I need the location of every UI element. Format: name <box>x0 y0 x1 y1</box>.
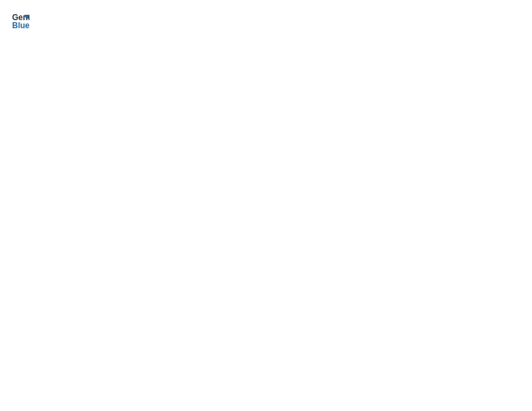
logo-icon: General Blue <box>11 11 30 30</box>
svg-text:Blue: Blue <box>12 21 30 30</box>
logo: General Blue <box>11 11 32 30</box>
page-header: General Blue <box>11 11 521 30</box>
